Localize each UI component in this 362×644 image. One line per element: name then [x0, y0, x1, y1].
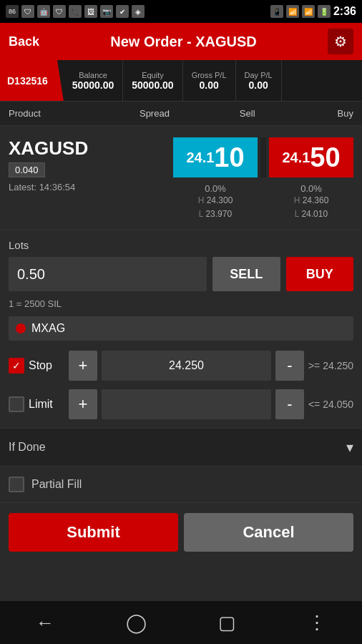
icon-phone2: 📱 — [270, 5, 283, 18]
sell-suffix: 10 — [214, 142, 244, 173]
product-latest: Latest: 14:36:54 — [9, 182, 88, 192]
account-bar: D132516 Balance 50000.00 Equity 50000.00… — [0, 60, 362, 102]
home-nav-icon[interactable]: ◯ — [126, 612, 147, 634]
partial-fill-section: Partial Fill — [0, 467, 362, 503]
sell-button[interactable]: SELL — [212, 257, 280, 291]
status-right-icons: 📱 📶 📶 🔋 2:36 — [270, 5, 356, 18]
stop-value-input[interactable] — [102, 351, 271, 381]
back-button[interactable]: Back — [9, 34, 39, 49]
sell-change: 0.0% — [198, 183, 233, 194]
product-info: XAGUSD 0.040 Latest: 14:36:54 — [9, 137, 88, 192]
icon-camera: 📷 — [100, 5, 113, 18]
col-spread: Spread — [114, 108, 194, 119]
stop-minus-button[interactable]: - — [275, 351, 304, 381]
icon-check: ✔ — [116, 5, 129, 18]
app-header: Back New Order - XAGUSD ⚙ — [0, 23, 362, 60]
stop-label: Stop — [29, 359, 64, 372]
action-buttons: Submit Cancel — [0, 503, 362, 562]
stop-limit-section: ✓ Stop + - >= 24.250 Limit + - <= 24.050 — [0, 351, 362, 419]
spread-value: 0.040 — [9, 162, 45, 177]
gear-icon: ⚙ — [334, 33, 347, 50]
gross-pl-value: 0.00 — [199, 79, 218, 91]
sell-hl: H 24.300 L 23.970 — [198, 194, 233, 221]
instrument-dot — [16, 323, 26, 333]
balance-value: 50000.00 — [72, 79, 114, 91]
equity-label: Equity — [142, 71, 164, 79]
balance-label: Balance — [79, 71, 107, 79]
lots-label: Lots — [9, 239, 353, 251]
buy-prefix: 24.1 — [282, 150, 310, 166]
buy-change: 0.0% — [294, 183, 329, 194]
col-buy: Buy — [300, 108, 353, 119]
partial-fill-label: Partial Fill — [31, 478, 82, 491]
day-pl-label: Day P/L — [245, 71, 273, 79]
price-divider — [260, 137, 266, 177]
partial-fill-checkbox[interactable] — [9, 477, 24, 492]
settings-button[interactable]: ⚙ — [328, 29, 353, 54]
time-display: 2:36 — [333, 5, 356, 18]
instrument-name: MXAG — [31, 322, 65, 335]
stop-check-icon: ✓ — [12, 360, 21, 371]
sell-low: 23.970 — [205, 209, 232, 219]
icon-86: 86 — [6, 5, 19, 18]
lots-input[interactable] — [9, 257, 207, 291]
limit-value-input[interactable] — [102, 389, 271, 419]
icon-battery: 🔋 — [318, 5, 331, 18]
back-nav-icon[interactable]: ← — [36, 612, 54, 634]
icon-shield2: 🛡 — [53, 5, 66, 18]
status-bar: 86 🛡 🤖 🛡 📞 🖼 📷 ✔ ◈ 📱 📶 📶 🔋 2:36 — [0, 0, 362, 23]
buy-button[interactable]: BUY — [286, 257, 354, 291]
icon-shield: 🛡 — [21, 5, 34, 18]
buy-hl: H 24.360 L 24.010 — [294, 194, 329, 221]
equity-stat: Equity 50000.00 — [123, 60, 182, 101]
nav-bar: ← ◯ ▢ ⋮ — [0, 601, 362, 644]
sell-high: 24.300 — [207, 195, 233, 205]
buy-low: 24.010 — [301, 209, 328, 219]
cancel-button[interactable]: Cancel — [184, 513, 353, 552]
buy-price-display[interactable]: 24.150 — [269, 137, 353, 177]
buy-suffix: 50 — [310, 142, 340, 173]
recent-nav-icon[interactable]: ▢ — [218, 612, 236, 634]
equity-value: 50000.00 — [132, 79, 173, 91]
sil-label: 1 = 2500 SIL — [9, 298, 353, 309]
buy-price-box[interactable]: 24.150 0.0% H 24.360 L 24.010 — [269, 137, 353, 221]
limit-condition: <= 24.050 — [308, 399, 353, 410]
icon-img: 🖼 — [84, 5, 97, 18]
col-product: Product — [9, 108, 114, 119]
icon-wifi: 📶 — [286, 5, 299, 18]
icon-android: 🤖 — [37, 5, 50, 18]
if-done-label: If Done — [9, 441, 46, 454]
sell-prefix: 24.1 — [186, 150, 214, 166]
status-icons: 86 🛡 🤖 🛡 📞 🖼 📷 ✔ ◈ — [6, 5, 145, 18]
balance-stat: Balance 50000.00 — [64, 60, 123, 101]
stop-plus-button[interactable]: + — [69, 351, 97, 381]
limit-minus-button[interactable]: - — [275, 389, 304, 419]
col-sell: Sell — [195, 108, 300, 119]
price-boxes: 24.110 0.0% H 24.300 L 23.970 24.150 0.0… — [173, 137, 353, 221]
buy-high: 24.360 — [303, 195, 329, 205]
limit-row: Limit + - <= 24.050 — [9, 389, 353, 419]
sell-price-box[interactable]: 24.110 0.0% H 24.300 L 23.970 — [173, 137, 258, 221]
limit-checkbox[interactable] — [9, 396, 24, 412]
lots-row: SELL BUY — [9, 257, 353, 291]
day-pl-value: 0.00 — [248, 79, 268, 91]
stop-checkbox[interactable]: ✓ — [9, 358, 24, 374]
day-pl-stat: Day P/L 0.00 — [236, 60, 282, 101]
price-section: XAGUSD 0.040 Latest: 14:36:54 24.110 0.0… — [0, 126, 362, 230]
sell-price-display[interactable]: 24.110 — [173, 137, 258, 177]
instrument-row[interactable]: MXAG — [9, 316, 353, 341]
stop-row: ✓ Stop + - >= 24.250 — [9, 351, 353, 381]
order-section: Lots SELL BUY 1 = 2500 SIL MXAG — [0, 230, 362, 341]
if-done-section[interactable]: If Done ▾ — [0, 428, 362, 467]
limit-plus-button[interactable]: + — [69, 389, 97, 419]
gross-pl-label: Gross P/L — [192, 71, 227, 79]
account-id: D132516 — [0, 60, 64, 101]
submit-button[interactable]: Submit — [9, 513, 178, 552]
account-stats: Balance 50000.00 Equity 50000.00 Gross P… — [64, 60, 362, 101]
stop-condition: >= 24.250 — [308, 360, 353, 371]
chevron-down-icon: ▾ — [346, 439, 353, 456]
product-name: XAGUSD — [9, 137, 88, 160]
gross-pl-stat: Gross P/L 0.00 — [183, 60, 236, 101]
menu-nav-icon[interactable]: ⋮ — [308, 612, 326, 634]
icon-wifi-special: ◈ — [132, 5, 145, 18]
